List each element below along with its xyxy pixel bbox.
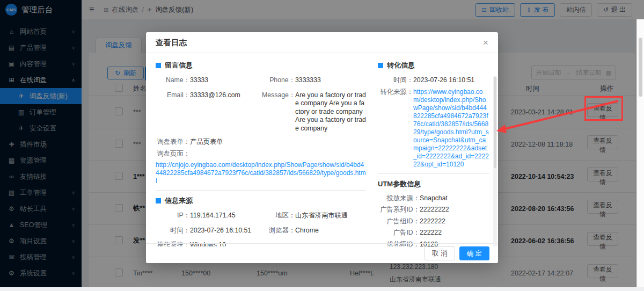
conversion-source-url-link[interactable]: https://www.eyingbao.com/desktop/index.p… — [413, 88, 489, 169]
annotation-highlight-rect — [584, 96, 623, 121]
region-value: 山东省济南市联通 — [295, 212, 348, 220]
utm-source-label: 投放来源： — [378, 194, 420, 203]
modal-footer: 取 消 确 定 — [146, 243, 498, 263]
browser-value: Chrome — [295, 227, 319, 235]
ip-label: IP： — [156, 212, 190, 220]
inquiry-form-label: 询盘表单： — [156, 138, 190, 147]
modal-right-column: 转化信息 时间： 2023-07-26 16:10:51 转化来源： https… — [378, 55, 489, 246]
modal-scrollbar[interactable] — [493, 76, 497, 246]
source-section-header: 信息来源 — [156, 196, 366, 206]
conversion-section-header: 转化信息 — [378, 61, 489, 70]
blue-square-icon — [156, 198, 161, 203]
modal-scrollbar-thumb[interactable] — [494, 77, 496, 168]
modal-left-column: 留言信息 Name： 33333 Phone： 3333333 Email： 3… — [156, 55, 366, 246]
inquiry-page-label: 询盘页面： — [156, 150, 190, 158]
message-value: Are you a factory or trade company Are y… — [295, 91, 366, 133]
time-value: 2023-07-26 16:10:51 — [190, 227, 251, 235]
time-label: 时间： — [156, 227, 190, 235]
blue-square-icon — [156, 63, 161, 68]
utm-adset-value: 2222222 — [420, 217, 445, 226]
vertical-scrollbar[interactable] — [636, 19, 644, 291]
message-fields: Name： 33333 Phone： 3333333 Email： 33333@… — [156, 76, 366, 136]
close-icon[interactable]: × — [483, 38, 488, 47]
scrollbar-thumb[interactable] — [639, 38, 642, 97]
browser-label: 浏览器： — [262, 227, 295, 235]
ok-button[interactable]: 确 定 — [459, 246, 489, 260]
name-value: 33333 — [190, 76, 208, 85]
conversion-source-label: 转化来源： — [378, 88, 413, 169]
email-value: 33333@126.com — [190, 91, 240, 133]
inquiry-form-value: 产品页表单 — [190, 138, 223, 147]
email-label: Email： — [156, 91, 190, 133]
utm-ad-label: 广告ID： — [378, 229, 420, 237]
cancel-button[interactable]: 取 消 — [425, 246, 455, 260]
blue-square-icon — [378, 63, 383, 68]
utm-section-header: UTM参数信息 — [378, 179, 489, 189]
conversion-time-label: 时间： — [378, 76, 413, 85]
utm-adset-label: 广告组ID： — [378, 217, 420, 226]
utm-campaign-label: 广告系列ID： — [378, 206, 420, 214]
phone-value: 3333333 — [295, 76, 321, 85]
view-log-modal: 查看日志 × 留言信息 Name： 33333 Phone： 3333333 E… — [146, 32, 498, 263]
message-label: Message： — [262, 91, 295, 133]
modal-title: 查看日志 — [156, 38, 187, 48]
utm-source-value: Snapchat — [420, 194, 448, 203]
message-section-header: 留言信息 — [156, 61, 366, 70]
divider — [378, 173, 489, 174]
modal-body: 留言信息 Name： 33333 Phone： 3333333 Email： 3… — [146, 53, 498, 246]
name-label: Name： — [156, 76, 190, 85]
region-label: 地区： — [262, 212, 295, 220]
divider — [156, 190, 366, 191]
modal-header: 查看日志 × — [146, 32, 498, 53]
ip-value: 119.164.171.45 — [190, 212, 236, 220]
phone-label: Phone： — [262, 76, 295, 85]
utm-ad-value: 222222 — [420, 229, 442, 237]
inquiry-page-url-link[interactable]: http://cnjojo.eyingbao.com/desktop/index… — [156, 161, 366, 185]
source-fields: IP： 119.164.171.45 地区： 山东省济南市联通 时间： 2023… — [156, 212, 366, 246]
utm-campaign-value: 22222222 — [420, 206, 449, 214]
admin-screen: CMS 管理后台 ⌂ 网站首页 ∨ ▤ 产品管理 ∨ ▣ 内容管理 ∨ ⊞ 在线… — [0, 0, 644, 291]
conversion-time-value: 2023-07-26 16:10:51 — [413, 76, 474, 85]
horizontal-scrollbar[interactable] — [0, 287, 644, 291]
